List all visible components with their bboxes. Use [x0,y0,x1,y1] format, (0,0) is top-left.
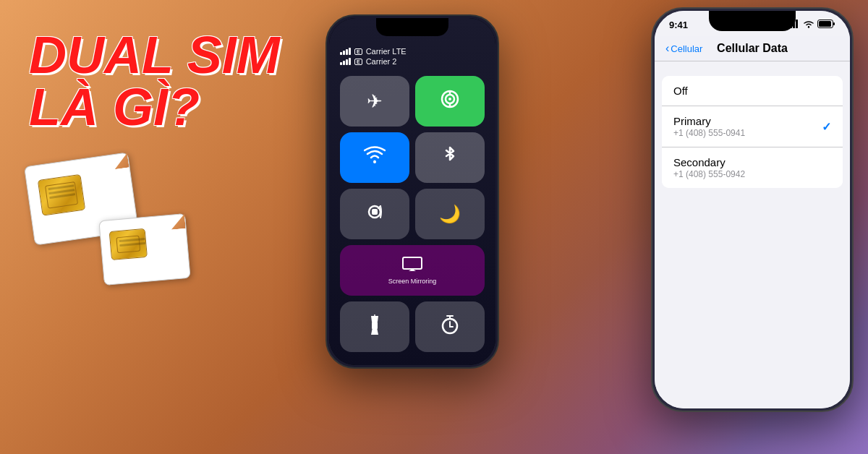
signal-bar [346,49,348,55]
secondary-info: Secondary +1 (408) 555-0942 [673,156,745,179]
screen-mirroring-button[interactable]: Screen Mirroring [340,245,485,296]
signal-bars-1 [340,48,351,55]
signal-bar [349,48,351,55]
cc-row-2 [340,132,485,183]
list-item-secondary[interactable]: Secondary +1 (408) 555-0942 [662,147,843,188]
cc-carrier-row-1: E Carrier LTE [340,47,485,56]
svg-rect-18 [819,21,831,27]
svg-point-5 [373,160,376,163]
sim-chip-lines-large [48,184,77,207]
svg-point-15 [808,26,809,27]
list-item-primary-row: Primary +1 (408) 555-0941 ✓ [673,115,831,138]
screen-mirroring-label: Screen Mirroring [388,278,437,285]
primary-label: Primary [673,115,745,127]
carrier-name-2: Carrier 2 [366,57,397,66]
title-container: DUAL SIM LÀ GÌ? [29,29,280,133]
secondary-label: Secondary [673,156,745,168]
cellular-icon [439,88,461,114]
svg-rect-8 [403,257,422,269]
primary-info: Primary +1 (408) 555-0941 [673,115,745,138]
sim-chip-line [119,242,145,247]
do-not-disturb-button[interactable]: 🌙 [415,189,485,239]
control-center: E Carrier LTE E Carrier 2 [329,18,495,365]
phone-right-inner: 9:41 [655,11,850,408]
signal-bar [349,58,351,65]
phones-container: E Carrier LTE E Carrier 2 [304,0,868,454]
phone-left-inner: E Carrier LTE E Carrier 2 [329,18,495,365]
sim-notch-small [170,214,186,230]
bluetooth-icon [443,145,457,171]
ios-nav-bar: ‹ Cellular Cellular Data [655,36,850,61]
list-item-off[interactable]: Off [662,76,843,106]
timer-icon [440,314,460,339]
secondary-sublabel: +1 (408) 555-0942 [673,169,745,179]
screen-mirror-row: Screen Mirroring [340,245,485,296]
list-item-off-row: Off [673,85,831,97]
carrier-badge-2: E [354,59,362,65]
phone-left: E Carrier LTE E Carrier 2 [326,14,499,369]
signal-bars-2 [340,58,351,65]
title-line1: DUAL SIM [29,29,280,81]
sim-chip-large [38,174,85,216]
nav-title: Cellular Data [717,42,788,55]
battery-icon [817,20,835,30]
status-time: 9:41 [669,20,688,30]
chevron-left-icon: ‹ [665,42,669,55]
signal-bar [340,52,342,55]
list-item-secondary-row: Secondary +1 (408) 555-0942 [673,156,831,179]
sim-notch-large [113,153,129,170]
orientation-lock-button[interactable] [340,189,409,239]
ios-back-button[interactable]: ‹ Cellular [665,42,702,55]
svg-rect-17 [833,22,835,25]
cc-carriers: E Carrier LTE E Carrier 2 [340,47,485,67]
cc-row-3: 🌙 [340,189,485,239]
phone-notch-right [709,11,796,31]
timer-button[interactable] [415,301,485,352]
sim-chip-small [109,228,148,260]
off-label: Off [673,85,688,97]
carrier-badge-1: E [354,48,362,55]
phone-notch-left [376,18,448,36]
cc-row-1: ✈ [340,76,485,127]
wifi-button[interactable] [340,132,409,183]
back-label: Cellular [671,43,702,54]
moon-icon: 🌙 [439,204,461,224]
airplane-icon: ✈ [367,90,383,113]
flashlight-button[interactable] [340,301,409,352]
cellular-data-list: Off Primary +1 (408) 555-0941 ✓ [662,76,843,188]
cc-carrier-row-2: E Carrier 2 [340,57,485,66]
cc-row-5 [340,301,485,352]
wifi-status-icon [803,20,814,30]
wifi-icon [364,145,386,171]
cellular-button[interactable] [415,76,485,127]
signal-bar [343,61,345,65]
sim-card-small [98,213,190,286]
phone-right: 9:41 [651,7,854,412]
sim-chip-line [119,238,145,242]
sim-chip-lines-small [119,238,147,259]
carrier-name-1: Carrier LTE [366,47,407,56]
svg-rect-7 [372,209,378,215]
cellular-data-screen: 9:41 [655,11,850,408]
svg-rect-14 [796,20,798,28]
primary-checkmark: ✓ [822,120,831,134]
svg-point-2 [448,98,451,100]
signal-bar [340,62,342,65]
lock-rotation-icon [365,202,385,226]
svg-rect-9 [372,322,378,329]
airplane-mode-button[interactable]: ✈ [340,76,409,127]
title-line2: LÀ GÌ? [29,81,280,133]
bluetooth-button[interactable] [415,132,485,183]
list-item-primary[interactable]: Primary +1 (408) 555-0941 ✓ [662,106,843,147]
flashlight-icon [368,314,381,339]
signal-bar [346,59,348,65]
signal-bar [343,51,345,55]
screen-mirror-icon [402,257,422,275]
primary-sublabel: +1 (408) 555-0941 [673,128,745,138]
